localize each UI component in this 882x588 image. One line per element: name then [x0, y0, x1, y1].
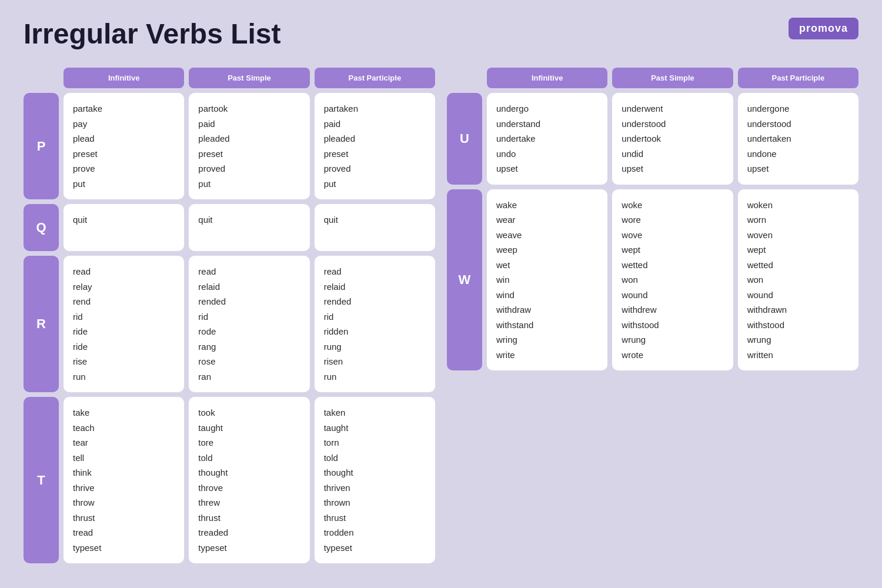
right-table-header: Infinitive Past Simple Past Participle	[447, 68, 858, 88]
header-spacer-right	[447, 68, 482, 88]
infinitive-cell: take teach tear tell think thrive throw …	[64, 397, 184, 563]
infinitive-cell: partake pay plead preset prove put	[64, 93, 184, 199]
infinitive-cell: wake wear weave weep wet win wind withdr…	[487, 189, 607, 371]
past-participle-cell: taken taught torn told thought thriven t…	[315, 397, 435, 563]
left-table-rows: Ppartake pay plead preset prove putparto…	[24, 93, 435, 563]
table-row: Rread relay rend rid ride ride rise runr…	[24, 256, 435, 392]
table-row: Ttake teach tear tell think thrive throw…	[24, 397, 435, 563]
infinitive-cell: undergo understand undertake undo upset	[487, 93, 607, 185]
table-row: Uundergo understand undertake undo upset…	[447, 93, 858, 185]
left-col-infinitive: Infinitive	[64, 68, 184, 88]
right-table-rows: Uundergo understand undertake undo upset…	[447, 93, 858, 370]
left-table-header: Infinitive Past Simple Past Participle	[24, 68, 435, 88]
right-col-past-participle: Past Participle	[738, 68, 858, 88]
letter-cell: U	[447, 93, 482, 185]
past-simple-cell: partook paid pleaded preset proved put	[189, 93, 309, 199]
past-participle-cell: quit	[315, 204, 435, 251]
infinitive-cell: read relay rend rid ride ride rise run	[64, 256, 184, 392]
letter-cell: T	[24, 397, 59, 563]
past-participle-cell: partaken paid pleaded preset proved put	[315, 93, 435, 199]
past-participle-cell: read relaid rended rid ridden rung risen…	[315, 256, 435, 392]
letter-cell: Q	[24, 204, 59, 251]
header-spacer-left	[24, 68, 59, 88]
logo: promova	[789, 18, 858, 39]
left-col-past-simple: Past Simple	[189, 68, 309, 88]
infinitive-cell: quit	[64, 204, 184, 251]
right-table: Infinitive Past Simple Past Participle U…	[447, 68, 858, 568]
left-col-past-participle: Past Participle	[315, 68, 435, 88]
letter-cell: R	[24, 256, 59, 392]
past-simple-cell: woke wore wove wept wetted won wound wit…	[612, 189, 733, 371]
past-simple-cell: read relaid rended rid rode rang rose ra…	[189, 256, 309, 392]
letter-cell: W	[447, 189, 482, 371]
right-col-past-simple: Past Simple	[612, 68, 733, 88]
page-header: Irregular Verbs List promova	[24, 18, 858, 50]
past-simple-cell: quit	[189, 204, 309, 251]
table-row: Wwake wear weave weep wet win wind withd…	[447, 189, 858, 371]
past-simple-cell: underwent understood undertook undid ups…	[612, 93, 733, 185]
past-participle-cell: woken worn woven wept wetted won wound w…	[738, 189, 858, 371]
past-simple-cell: took taught tore told thought throve thr…	[189, 397, 309, 563]
past-participle-cell: undergone understood undertaken undone u…	[738, 93, 858, 185]
table-row: Qquitquitquit	[24, 204, 435, 251]
letter-cell: P	[24, 93, 59, 199]
main-grid: Infinitive Past Simple Past Participle P…	[24, 68, 858, 568]
left-table: Infinitive Past Simple Past Participle P…	[24, 68, 435, 568]
table-row: Ppartake pay plead preset prove putparto…	[24, 93, 435, 199]
page-title: Irregular Verbs List	[24, 18, 281, 50]
right-col-infinitive: Infinitive	[487, 68, 607, 88]
